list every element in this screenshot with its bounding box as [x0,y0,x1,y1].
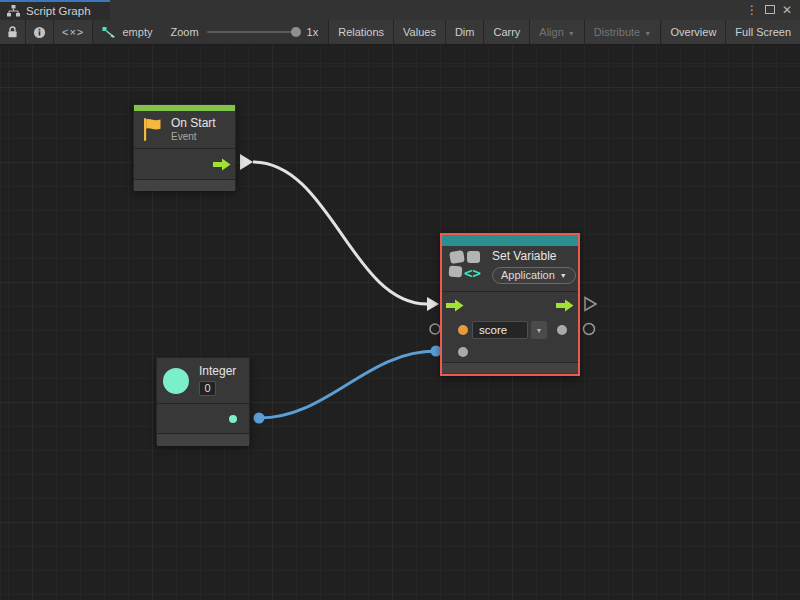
variable-name-dropdown[interactable]: ▼ [531,321,547,339]
button-label: Overview [671,26,717,38]
button-label: Carry [493,26,520,38]
zoom-slider[interactable] [207,31,299,33]
wire-endpoint-dot [254,413,265,424]
toolbar-button-distribute[interactable]: Distribute ▼ [585,20,661,44]
button-label: Dim [455,26,475,38]
lock-button[interactable] [0,20,26,44]
svg-text:<>: <> [464,265,481,280]
maximize-icon[interactable] [765,4,775,16]
toolbar-button-align[interactable]: Align ▼ [530,20,584,44]
variable-name-field[interactable]: score [472,321,528,339]
caret-down-icon: ▼ [560,272,567,279]
node-footer [442,363,578,373]
flow-in-port[interactable] [446,299,464,312]
node-footer [157,434,249,446]
code-icon: <×> [62,26,84,38]
window-menu-icon[interactable]: ⋮ [746,4,758,16]
toolbar-button-dim[interactable]: Dim [446,20,485,44]
graph-pointer-indicator[interactable]: empty [94,20,160,44]
toolbar-button-values[interactable]: Values [394,20,446,44]
toolbar-button-carry[interactable]: Carry [484,20,530,44]
node-set-variable[interactable]: <> Set Variable Application ▼ [440,233,580,376]
code-preview-button[interactable]: <×> [54,20,93,44]
variable-scope-dropdown[interactable]: Application ▼ [492,267,576,284]
connection-layer [0,45,800,600]
node-integer[interactable]: Integer 0 [156,357,250,445]
toolbar-button-fullscreen[interactable]: Full Screen [726,20,800,44]
button-label: Align [539,26,563,38]
integer-type-icon [163,368,189,394]
toolbar-button-relations[interactable]: Relations [329,20,394,44]
wire-end-arrow [427,297,439,311]
ghost-flow-out-triangle [585,298,596,311]
wire-start-arrow [240,154,253,170]
toolbar-button-overview[interactable]: Overview [662,20,727,44]
graph-toolbar: <×> empty Zoom 1x Relations Values Dim C… [0,20,800,45]
tab-title: Script Graph [26,5,91,17]
flag-icon [142,117,163,142]
zoom-label: Zoom [170,26,198,38]
node-on-start[interactable]: On Start Event [133,104,236,190]
node-title: Integer [199,365,236,379]
close-icon[interactable]: ✕ [782,4,792,16]
wire-flow-onstart-to-setvariable [253,162,427,304]
button-label: Distribute [594,26,640,38]
wire-value-integer-to-setvariable [259,351,436,418]
caret-down-icon: ▼ [536,327,543,334]
scope-value: Application [501,269,555,281]
ghost-value-out-circle [584,324,595,335]
info-icon [33,26,46,39]
zoom-value: 1x [307,26,319,38]
node-header-stripe [442,235,578,246]
flow-out-port[interactable] [556,299,574,312]
ghost-value-in-circle [430,324,440,334]
node-subtitle: Event [171,131,216,142]
connection-pointer-icon [102,26,116,39]
flow-out-port[interactable] [213,158,231,171]
zoom-slider-handle[interactable] [291,27,301,37]
integer-value-input[interactable]: 0 [199,381,216,396]
node-title: Set Variable [492,250,576,264]
caret-down-icon: ▼ [644,29,651,36]
node-title: On Start [171,117,216,131]
graph-icon [7,5,20,17]
value-out-port[interactable] [229,415,237,423]
button-label: Relations [338,26,384,38]
node-footer [134,180,235,191]
lock-icon [7,26,18,38]
variables-icon: <> [448,248,486,280]
pointer-label: empty [122,26,152,38]
value-out-port[interactable] [557,325,567,335]
button-label: Values [403,26,436,38]
button-label: Full Screen [735,26,791,38]
value-in-port[interactable] [458,347,468,357]
tab-script-graph[interactable]: Script Graph [0,0,110,20]
title-bar: Script Graph ⋮ ✕ [0,0,800,20]
variable-name-port[interactable] [458,325,468,335]
inspect-button[interactable] [26,20,54,44]
caret-down-icon: ▼ [568,29,575,36]
graph-canvas[interactable]: On Start Event <> [0,45,800,600]
